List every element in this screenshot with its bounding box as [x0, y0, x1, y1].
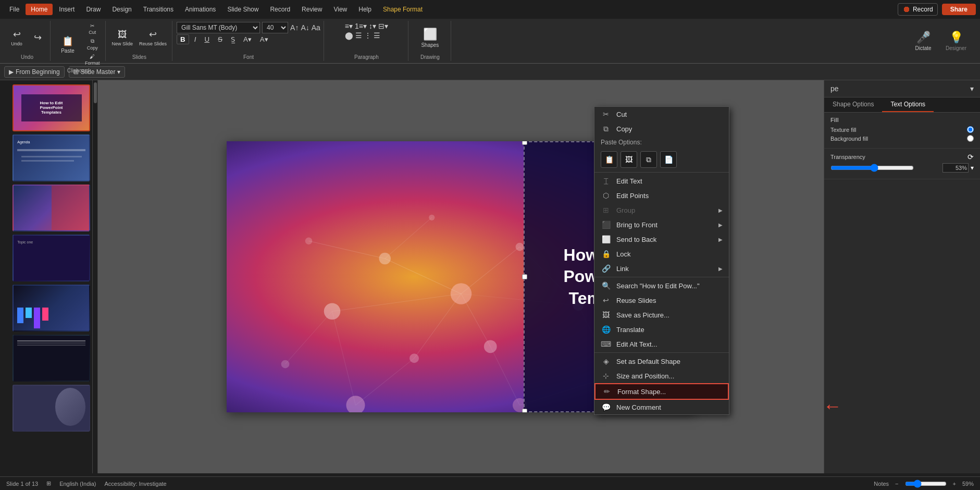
- slide-thumb-6[interactable]: [13, 335, 90, 382]
- redo-button[interactable]: ↪: [28, 31, 47, 44]
- format-painter-button[interactable]: 🖌 Format: [83, 53, 102, 67]
- align-right-button[interactable]: ⋮: [364, 31, 371, 40]
- tab-animations[interactable]: Animations: [180, 4, 221, 15]
- record-button[interactable]: ⏺ Record: [898, 3, 938, 16]
- panel-close[interactable]: ▾: [970, 84, 974, 93]
- ctx-new-comment[interactable]: 💬 New Comment: [594, 400, 729, 414]
- font-size-select[interactable]: 40: [262, 22, 288, 33]
- clear-format-button[interactable]: Aa: [312, 23, 320, 32]
- tab-transitions[interactable]: Transitions: [138, 4, 179, 15]
- slide-view-icon[interactable]: ⊞: [46, 480, 51, 487]
- ctx-lock[interactable]: 🔒 Lock: [594, 247, 729, 261]
- italic-button[interactable]: I: [191, 35, 200, 44]
- svg-line-22: [355, 358, 414, 405]
- paste-option-1[interactable]: 📋: [601, 151, 617, 168]
- cut-button[interactable]: ✂ Cut: [83, 22, 102, 36]
- bring-front-icon: ⬛: [601, 220, 611, 229]
- tab-slideshow[interactable]: Slide Show: [222, 4, 264, 15]
- align-justify-button[interactable]: ☰: [374, 31, 380, 40]
- texture-fill-radio[interactable]: [967, 126, 974, 133]
- ctx-edit-points[interactable]: ⬡ Edit Points: [594, 188, 729, 203]
- ctx-group[interactable]: ⊞ Group ▶: [594, 203, 729, 217]
- zoom-out-button[interactable]: −: [895, 481, 898, 487]
- ctx-edit-text[interactable]: ⌶ Edit Text: [594, 174, 729, 188]
- ctx-format-shape[interactable]: ✏ Format Shape...: [594, 383, 729, 400]
- line-spacing-button[interactable]: ↕▾: [369, 22, 376, 30]
- font-shrink-button[interactable]: A↓: [301, 23, 309, 32]
- ctx-save-as-picture[interactable]: 🖼 Save as Picture...: [594, 308, 729, 322]
- paste-button[interactable]: 📋 Paste: [55, 34, 81, 55]
- transparency-slider[interactable]: [830, 164, 914, 172]
- paste-options-row: 📋 🖼 ⧉ 📄: [594, 148, 729, 171]
- slide-thumb-5[interactable]: [13, 285, 90, 332]
- undo-button[interactable]: ↩ Undo: [7, 28, 26, 47]
- ctx-size-position[interactable]: ⊹ Size and Position...: [594, 369, 729, 383]
- tab-home[interactable]: Home: [26, 4, 53, 15]
- slide-thumb-3[interactable]: [13, 185, 90, 231]
- ctx-copy[interactable]: ⧉ Copy: [594, 121, 729, 137]
- slide-thumb-1[interactable]: How to EditPowerPointTemplates: [13, 84, 90, 131]
- ctx-set-default-shape[interactable]: ◈ Set as Default Shape: [594, 354, 729, 369]
- dictate-button[interactable]: 🎤 Dictate: [910, 30, 936, 52]
- from-beginning-button[interactable]: ▶ From Beginning: [4, 66, 65, 78]
- ctx-bring-to-front[interactable]: ⬛ Bring to Front ▶: [594, 217, 729, 232]
- ctx-send-to-back[interactable]: ⬜ Send to Back ▶: [594, 232, 729, 247]
- tab-record[interactable]: Record: [265, 4, 295, 15]
- ctx-reuse-slides[interactable]: ↩ Reuse Slides: [594, 293, 729, 308]
- edit-text-icon: ⌶: [601, 177, 611, 185]
- align-center-button[interactable]: ☰: [355, 31, 362, 40]
- font-family-select[interactable]: Gill Sans MT (Body): [177, 22, 260, 33]
- bullets-button[interactable]: ≡▾: [345, 22, 353, 30]
- slide-thumb-7[interactable]: [13, 385, 90, 432]
- strikethrough-button[interactable]: S: [215, 35, 226, 44]
- tab-help[interactable]: Help: [353, 4, 377, 15]
- copy-button[interactable]: ⧉ Copy: [83, 37, 102, 52]
- notes-button[interactable]: Notes: [874, 481, 889, 487]
- ctx-translate[interactable]: 🌐 Translate: [594, 322, 729, 337]
- alt-text-icon: ⌨: [601, 340, 611, 348]
- tab-design[interactable]: Design: [107, 4, 137, 15]
- underline-button[interactable]: U: [201, 35, 213, 44]
- reset-transparency-icon[interactable]: ⟳: [967, 153, 974, 161]
- zoom-slider[interactable]: [905, 480, 947, 488]
- font-grow-button[interactable]: A↑: [290, 23, 299, 32]
- shape-format-panel: pe ▾ Shape Options Text Options Fill Tex…: [824, 80, 980, 473]
- text-options-tab[interactable]: Text Options: [882, 97, 934, 112]
- tab-file[interactable]: File: [4, 4, 24, 15]
- bold-button[interactable]: B: [177, 34, 189, 44]
- new-slide-button[interactable]: 🖼 New Slide: [110, 28, 135, 47]
- slide-thumb-4[interactable]: Topic one: [13, 235, 90, 281]
- paste-option-3[interactable]: ⧉: [640, 151, 657, 168]
- tab-shapeformat[interactable]: Shape Format: [378, 4, 428, 15]
- font-color-button[interactable]: A▾: [257, 35, 271, 44]
- transparency-input[interactable]: [942, 163, 969, 173]
- ctx-search[interactable]: 🔍 Search "How to Edit Pow...": [594, 278, 729, 293]
- ctx-cut[interactable]: ✂ Cut: [594, 107, 729, 121]
- slide-thumb-2[interactable]: Agenda: [13, 134, 90, 181]
- slide-panel-scrollbar[interactable]: [93, 80, 98, 473]
- paste-option-2[interactable]: 🖼: [621, 151, 637, 168]
- share-button[interactable]: Share: [942, 4, 976, 15]
- ctx-edit-alt-text[interactable]: ⌨ Edit Alt Text...: [594, 337, 729, 351]
- align-left-button[interactable]: ⬤: [345, 31, 353, 40]
- dropdown-arrow-icon[interactable]: ▾: [971, 164, 974, 172]
- reuse-slides-button[interactable]: ↩ Reuse Slides: [137, 28, 169, 47]
- ctx-link[interactable]: 🔗 Link ▶: [594, 261, 729, 276]
- tab-insert[interactable]: Insert: [54, 4, 80, 15]
- background-fill-radio[interactable]: [967, 135, 974, 142]
- tab-review[interactable]: Review: [296, 4, 327, 15]
- shape-options-tab[interactable]: Shape Options: [824, 97, 882, 112]
- accessibility-button[interactable]: Accessibility: Investigate: [104, 481, 166, 487]
- shapes-button[interactable]: ⬜ Shapes: [419, 27, 441, 49]
- copy-icon: ⧉: [601, 125, 611, 133]
- designer-button[interactable]: 💡 Designer: [940, 30, 972, 52]
- col-spacing-button[interactable]: ⊟▾: [378, 22, 388, 30]
- text-shadow-button[interactable]: S̲: [228, 35, 238, 44]
- zoom-in-button[interactable]: +: [953, 481, 956, 487]
- send-back-arrow: ▶: [718, 237, 723, 242]
- paste-option-4[interactable]: 📄: [660, 151, 677, 168]
- highlight-button[interactable]: A▾: [240, 35, 255, 44]
- numbering-button[interactable]: 1≡▾: [355, 22, 367, 30]
- tab-view[interactable]: View: [328, 4, 352, 15]
- tab-draw[interactable]: Draw: [81, 4, 106, 15]
